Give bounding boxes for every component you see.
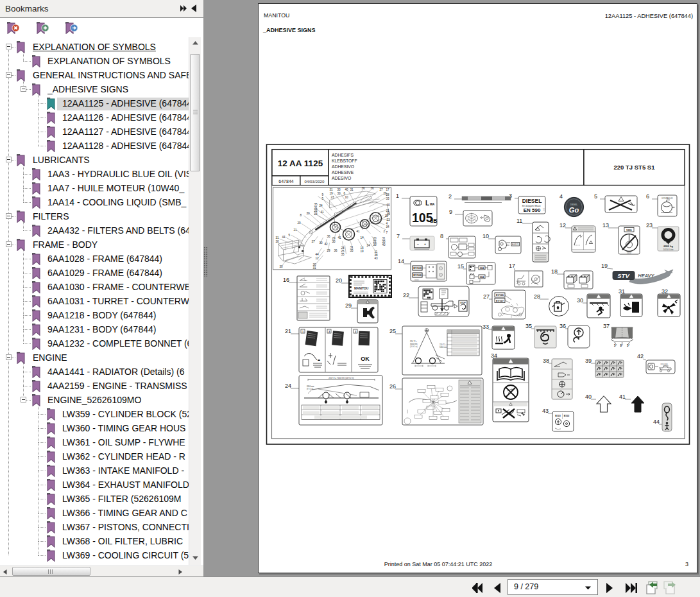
svg-text:11: 11 <box>516 218 522 224</box>
svg-text:B102: B102 <box>564 415 570 417</box>
svg-text:23: 23 <box>314 212 318 216</box>
svg-text:Printed on Sat Mar 05 07:44:2: Printed on Sat Mar 05 07:44:21 UTC 2022 <box>384 561 493 567</box>
svg-text:39: 39 <box>585 358 592 364</box>
svg-text:23: 23 <box>331 196 335 199</box>
svg-text:30: 30 <box>320 241 323 245</box>
svg-text:33: 33 <box>482 324 489 330</box>
svg-text:STOP: STOP <box>460 302 466 304</box>
svg-text:35: 35 <box>341 253 345 256</box>
svg-text:40: 40 <box>382 243 386 247</box>
svg-text:5160 mm: 5160 mm <box>440 346 447 349</box>
svg-text:B103: B103 <box>555 415 561 417</box>
svg-text:14: 14 <box>398 258 404 264</box>
svg-text:28: 28 <box>386 193 390 196</box>
svg-text:17: 17 <box>509 263 515 269</box>
svg-text:31: 31 <box>350 188 354 191</box>
svg-text:MANITOU: MANITOU <box>264 12 289 19</box>
svg-text:10: 10 <box>482 233 489 239</box>
svg-text:37: 37 <box>312 240 316 243</box>
svg-text:EV100: EV100 <box>413 273 422 277</box>
svg-text:ADHESIVE: ADHESIVE <box>332 170 354 175</box>
svg-text:25: 25 <box>389 328 396 334</box>
svg-text:=: = <box>318 358 320 362</box>
svg-text:EG121: EG121 <box>512 243 519 246</box>
svg-text:38: 38 <box>543 358 549 364</box>
svg-text:30: 30 <box>577 297 583 304</box>
svg-text:1: 1 <box>396 193 399 199</box>
svg-text:_ADHESIVE SIGNS: _ADHESIVE SIGNS <box>262 27 316 33</box>
svg-text:30: 30 <box>307 212 311 215</box>
svg-text:19: 19 <box>330 192 334 195</box>
svg-text:37: 37 <box>603 323 610 329</box>
svg-text:OK: OK <box>361 356 370 362</box>
svg-text:44: 44 <box>653 419 660 425</box>
svg-text:33: 33 <box>337 188 341 191</box>
svg-text:20A: 20A <box>480 276 484 279</box>
svg-text:220 TJ ST5 S1: 220 TJ ST5 S1 <box>614 164 656 171</box>
svg-text:36: 36 <box>327 235 331 238</box>
svg-text:40: 40 <box>345 188 349 191</box>
svg-text:9: 9 <box>449 209 452 215</box>
svg-text:40: 40 <box>585 394 592 400</box>
svg-text:14: 14 <box>361 236 364 239</box>
svg-text:44: 44 <box>316 253 320 256</box>
svg-text:10: 10 <box>345 196 349 199</box>
svg-text:41: 41 <box>357 230 361 233</box>
svg-text:26: 26 <box>389 383 396 390</box>
svg-text:8: 8 <box>300 214 302 217</box>
svg-text:28: 28 <box>534 293 540 300</box>
svg-text:10150 Litre: 10150 Litre <box>663 248 674 251</box>
svg-text:19: 19 <box>361 250 364 253</box>
svg-text:31: 31 <box>330 188 334 191</box>
svg-text:31: 31 <box>313 266 317 270</box>
svg-text:ADHESIVO: ADHESIVO <box>332 164 354 169</box>
svg-text:−: − <box>417 242 419 246</box>
svg-text:24: 24 <box>367 244 371 247</box>
svg-text:ADESIVO: ADESIVO <box>332 176 351 180</box>
svg-text:43: 43 <box>375 257 379 260</box>
svg-text:21: 21 <box>285 328 291 334</box>
svg-text:5226: 5226 <box>626 229 631 232</box>
svg-text:6: 6 <box>344 192 346 195</box>
svg-text:(8 ft 4 in): (8 ft 4 in) <box>307 388 313 390</box>
svg-text:23: 23 <box>387 218 391 221</box>
svg-text:42: 42 <box>637 353 644 359</box>
svg-text:41: 41 <box>338 236 342 239</box>
svg-text:27: 27 <box>380 188 384 191</box>
svg-text:19: 19 <box>601 263 608 269</box>
svg-text:36: 36 <box>334 249 338 252</box>
svg-text:44: 44 <box>282 236 286 239</box>
svg-text:MANITOU: MANITOU <box>354 287 369 290</box>
svg-text:+: + <box>424 242 426 246</box>
svg-text:LO: LO <box>543 208 545 210</box>
svg-text:7: 7 <box>386 231 388 234</box>
svg-text:DIESEL: DIESEL <box>522 198 542 204</box>
svg-text:36: 36 <box>371 187 375 190</box>
svg-text:Go: Go <box>569 206 579 214</box>
svg-text:41: 41 <box>619 394 626 400</box>
svg-text:43: 43 <box>542 408 549 414</box>
svg-text:22: 22 <box>403 292 409 298</box>
svg-text:12AA1125 - ADHESIVE (647844): 12AA1125 - ADHESIVE (647844) <box>605 13 693 19</box>
svg-text:2: 2 <box>384 230 386 233</box>
svg-text:EV107: EV107 <box>496 299 504 302</box>
svg-text:9: 9 <box>322 193 324 196</box>
svg-text:29: 29 <box>327 249 331 252</box>
svg-text:5: 5 <box>594 193 597 200</box>
svg-text:31: 31 <box>276 236 280 239</box>
svg-text:ADHESIFS: ADHESIFS <box>332 153 354 157</box>
svg-text:7: 7 <box>397 233 400 239</box>
svg-text:3: 3 <box>685 561 688 567</box>
svg-text:32: 32 <box>337 192 341 195</box>
svg-text:5: 5 <box>322 197 324 200</box>
svg-text:5: 5 <box>289 234 291 237</box>
svg-text:17: 17 <box>386 188 390 191</box>
svg-text:8: 8 <box>440 233 443 239</box>
svg-text:15: 15 <box>457 263 464 270</box>
svg-text:5°: 5° <box>614 344 617 347</box>
svg-text:39: 39 <box>373 243 377 247</box>
svg-text:12: 12 <box>316 257 320 260</box>
svg-text:HYDRAULIC: HYDRAULIC <box>662 197 673 200</box>
svg-text:20: 20 <box>336 277 342 284</box>
svg-text:5°: 5° <box>627 344 630 347</box>
